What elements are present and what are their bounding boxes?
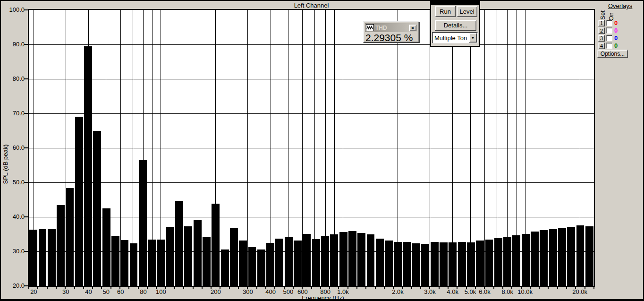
spectrum-bar (139, 160, 147, 286)
y-tick-label: 80.0 (1, 75, 25, 82)
spectrum-bar (66, 188, 74, 286)
x-tick (557, 287, 558, 289)
overlay-on-checkbox-1[interactable] (606, 20, 612, 26)
overlay-value-3: 0 (614, 34, 621, 42)
spectrum-bar (330, 234, 338, 286)
spectrum-bar (357, 233, 365, 286)
overlay-on-checkbox-4[interactable] (606, 43, 612, 49)
y-tick (24, 182, 28, 183)
x-axis-title: Frequency (Hz) (283, 294, 363, 301)
y-tick (24, 285, 28, 286)
spectrum-bar (458, 242, 466, 286)
spectrum-bar (230, 228, 238, 286)
y-tick (24, 216, 28, 217)
overlay-set-button-1[interactable]: 1 (598, 20, 605, 26)
chart-title: Left Channel (28, 2, 595, 9)
x-tick-label: 100 (146, 288, 176, 295)
spectrum-bar (184, 226, 192, 286)
spectrum-bar (157, 240, 165, 286)
chevron-down-icon[interactable]: ▼ (469, 33, 477, 43)
spectrum-bar (367, 234, 375, 286)
x-tick (183, 287, 184, 289)
spectrum-bar (48, 229, 56, 286)
spectrum-bar (567, 227, 575, 286)
mode-dropdown-value: Multiple Ton (432, 34, 469, 42)
thd-window-title: THD (375, 25, 387, 31)
overlay-on-checkbox-2[interactable] (606, 27, 612, 34)
gridline-y (29, 217, 594, 217)
x-tick-label: 1.0k (328, 288, 358, 295)
y-tick (24, 147, 28, 148)
x-tick-label: 20 (18, 288, 49, 295)
spectrum-bar (111, 236, 119, 286)
y-tick-label: 30.0 (1, 248, 25, 254)
level-button[interactable]: Level (457, 6, 477, 17)
spectrum-bar (376, 239, 384, 286)
y-tick-label: 40.0 (1, 213, 25, 220)
spectrum-bar (549, 229, 557, 286)
spectrum-bar (512, 235, 520, 286)
spectrum-bar (540, 230, 548, 286)
overlays-title: Overlays (608, 2, 632, 9)
x-tick-label: 200 (201, 288, 231, 295)
spectrum-bar (175, 201, 183, 286)
overlay-value-2: 0 (614, 27, 621, 34)
spectrum-bar (39, 229, 47, 286)
overlay-on-checkbox-3[interactable] (606, 35, 612, 41)
spectrum-bar (303, 234, 311, 286)
spectrum-bar (476, 241, 484, 286)
x-tick (193, 287, 194, 289)
overlay-set-button-3[interactable]: 3 (598, 35, 605, 42)
spectrum-bar (57, 205, 65, 286)
mode-dropdown[interactable]: Multiple Ton ▼ (432, 32, 478, 43)
spectrum-bar (120, 240, 128, 286)
spectrum-bar (312, 239, 320, 286)
y-tick-label: 20.0 (1, 282, 25, 289)
spectrum-bar (266, 243, 274, 286)
y-tick-label: 60.0 (1, 144, 25, 151)
gridline-y (29, 113, 594, 114)
overlay-set-button-4[interactable]: 4 (598, 43, 605, 49)
control-panel: Run Level Details... Multiple Ton ▼ (430, 1, 480, 47)
spectrum-bar (403, 242, 411, 286)
spectrum-bar (412, 243, 420, 286)
thd-window[interactable]: THD × 2.29305 % (363, 21, 419, 43)
x-tick-label: 10.0k (510, 288, 540, 295)
y-tick-label: 100.0 (1, 6, 25, 13)
spectrum-bar (93, 131, 101, 286)
gridline-y (29, 79, 594, 79)
spectrum-bar (558, 228, 566, 286)
spectrum-bar (494, 238, 502, 286)
spectrum-bar (194, 220, 202, 286)
spectrum-bar (431, 242, 439, 286)
y-tick (24, 44, 28, 45)
gridline-y (29, 44, 594, 45)
spectrum-bar (467, 242, 475, 286)
spectrum-bar (585, 226, 593, 286)
spectrum-bar (576, 225, 585, 286)
spectrum-bar (421, 244, 429, 286)
spectrum-bar (203, 237, 211, 286)
spectrum-bar (348, 231, 356, 286)
x-tick-label: 2.0k (383, 288, 413, 295)
spectrum-bar (321, 236, 329, 286)
thd-titlebar[interactable]: THD × (365, 23, 417, 32)
x-tick (365, 287, 366, 289)
options-button[interactable]: Options... (597, 50, 628, 58)
spectrum-bar (75, 117, 83, 286)
close-icon[interactable]: × (409, 25, 416, 31)
overlay-set-button-2[interactable]: 2 (598, 27, 605, 34)
x-tick (375, 287, 376, 289)
plot-area (28, 9, 595, 287)
y-tick (24, 9, 28, 10)
thd-value: 2.29305 % (365, 32, 413, 43)
spectrum-bar (29, 230, 37, 286)
overlay-value-1: 0 (614, 19, 621, 26)
run-button[interactable]: Run (435, 6, 456, 17)
details-button[interactable]: Details... (435, 20, 476, 31)
y-tick-label: 90.0 (1, 41, 25, 47)
spectrum-bar (166, 227, 174, 286)
spectrum-bar (275, 239, 283, 286)
overlay-value-4: 0 (614, 42, 621, 49)
spectrum-bar (522, 234, 530, 286)
